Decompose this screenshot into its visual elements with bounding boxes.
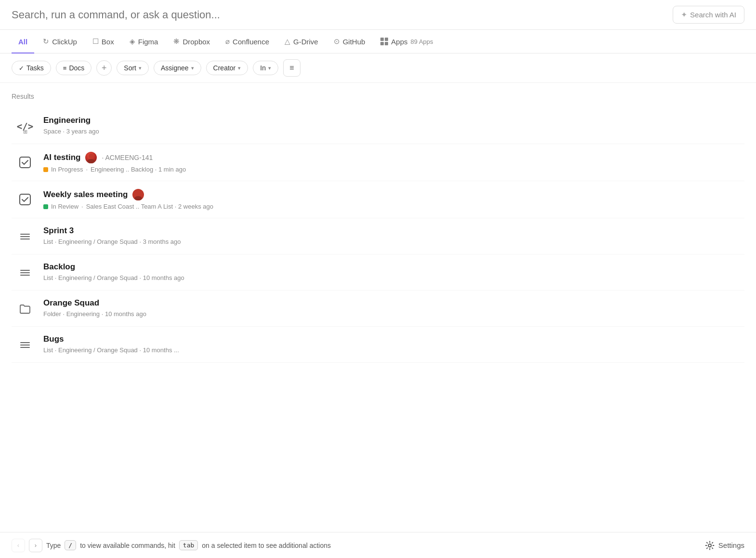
results-label: Results — [12, 93, 744, 100]
assignee-chevron-icon: ▾ — [191, 65, 194, 71]
search-input[interactable] — [12, 9, 665, 21]
avatar — [85, 152, 97, 163]
result-title-text: Weekly sales meeting — [43, 190, 128, 199]
tab-clickup[interactable]: ↻ ClickUp — [36, 30, 84, 53]
svg-rect-0 — [20, 157, 30, 168]
tab-apps[interactable]: Apps 89 Apps — [374, 31, 440, 53]
result-title-text: Sprint 3 — [43, 226, 74, 236]
chevron-right-icon: › — [35, 542, 37, 549]
result-item-weekly-sales[interactable]: Weekly sales meeting In Review · Sales E… — [12, 181, 744, 218]
result-item-bugs[interactable]: Bugs List · Engineering / Orange Squad ·… — [12, 327, 744, 363]
add-filter-button[interactable]: + — [96, 60, 112, 76]
tab-confluence-label: Confluence — [233, 38, 269, 46]
tab-github-label: GitHub — [343, 38, 365, 46]
status-dot-orange — [43, 167, 48, 172]
tab-clickup-label: ClickUp — [52, 38, 77, 46]
tab-figma[interactable]: ◈ Figma — [123, 30, 165, 53]
filter-creator-chip[interactable]: Creator ▾ — [206, 61, 248, 75]
nav-next-button[interactable]: › — [29, 539, 42, 552]
list-icon — [15, 227, 35, 246]
clickup-icon: ↻ — [43, 37, 49, 46]
plus-icon: + — [102, 63, 107, 73]
result-meta-text: List · Engineering / Orange Squad · 10 m… — [43, 346, 179, 354]
github-icon: ⊙ — [334, 37, 340, 46]
apps-icon — [380, 38, 388, 45]
filter-options-button[interactable]: ≡ — [283, 59, 300, 77]
filter-sort-label: Sort — [124, 64, 136, 72]
filter-assignee-chip[interactable]: Assignee ▾ — [154, 61, 201, 75]
chevron-left-icon: ‹ — [17, 542, 19, 549]
sort-chevron-icon: ▾ — [139, 65, 142, 71]
middle-text: to view available commands, hit — [80, 542, 175, 549]
list-icon-2 — [15, 263, 35, 282]
status-dot-green — [43, 204, 48, 209]
filter-tasks-chip[interactable]: ✓ Tasks — [12, 61, 51, 75]
result-meta-suffix: Sales East Coast .. Team A List · 2 week… — [86, 203, 213, 210]
slash-key: / — [65, 540, 76, 550]
filter-in-chip[interactable]: In ▾ — [253, 61, 278, 75]
result-content-ai-testing: AI testing · ACMEENG-141 In Progress · E… — [43, 152, 741, 173]
filter-tasks-label: Tasks — [26, 64, 44, 72]
tab-gdrive[interactable]: △ G-Drive — [278, 30, 325, 53]
tab-apps-label: Apps — [391, 38, 407, 46]
tab-confluence[interactable]: ⌀ Confluence — [219, 30, 276, 53]
result-item-engineering[interactable]: </> ⊞ Engineering Space · 3 years ago — [12, 108, 744, 144]
tab-github[interactable]: ⊙ GitHub — [327, 30, 372, 53]
apps-count-badge: 89 Apps — [411, 38, 433, 45]
settings-button[interactable]: Settings — [705, 541, 744, 550]
task-check-icon-2 — [15, 190, 35, 209]
result-item-sprint3[interactable]: Sprint 3 List · Engineering / Orange Squ… — [12, 218, 744, 254]
tab-dropbox[interactable]: ❋ Dropbox — [167, 30, 217, 53]
result-content-backlog: Backlog List · Engineering / Orange Squa… — [43, 262, 741, 281]
end-text: on a selected item to see additional act… — [202, 542, 331, 549]
search-ai-button[interactable]: ✦ Search with AI — [673, 6, 744, 24]
nav-prev-button[interactable]: ‹ — [12, 539, 25, 552]
folder-icon — [15, 299, 35, 319]
svg-point-5 — [134, 196, 142, 200]
task-id: · ACMEENG-141 — [102, 154, 153, 161]
results-section: Results </> ⊞ Engineering Space · 3 year… — [0, 83, 756, 363]
result-item-ai-testing[interactable]: AI testing · ACMEENG-141 In Progress · E… — [12, 144, 744, 181]
result-meta-suffix: Engineering .. Backlog · 1 min ago — [91, 166, 186, 173]
result-title-text: Orange Squad — [43, 298, 99, 308]
avatar-2 — [132, 189, 144, 200]
result-content-weekly-sales: Weekly sales meeting In Review · Sales E… — [43, 189, 741, 210]
filter-in-label: In — [260, 64, 266, 72]
result-meta-text: Folder · Engineering · 10 months ago — [43, 310, 146, 318]
result-content-bugs: Bugs List · Engineering / Orange Squad ·… — [43, 334, 741, 354]
result-item-backlog[interactable]: Backlog List · Engineering / Orange Squa… — [12, 254, 744, 291]
in-chevron-icon: ▾ — [268, 65, 271, 71]
settings-label: Settings — [718, 541, 744, 549]
result-content-sprint3: Sprint 3 List · Engineering / Orange Squ… — [43, 226, 741, 245]
filter-bar: ✓ Tasks ≡ Docs + Sort ▾ Assignee ▾ Creat… — [0, 53, 756, 83]
result-item-orange-squad[interactable]: Orange Squad Folder · Engineering · 10 m… — [12, 291, 744, 327]
confluence-icon: ⌀ — [225, 37, 230, 46]
result-title-text: Bugs — [43, 334, 64, 344]
tab-key: tab — [179, 540, 198, 550]
bottom-status-bar: ‹ › Type / to view available commands, h… — [0, 532, 756, 558]
tab-figma-label: Figma — [138, 38, 158, 46]
tab-all[interactable]: All — [12, 31, 34, 53]
filter-assignee-label: Assignee — [161, 64, 189, 72]
docs-icon: ≡ — [63, 65, 67, 72]
search-ai-label: Search with AI — [690, 11, 736, 19]
type-label: Type — [46, 542, 61, 549]
task-check-icon — [15, 153, 35, 172]
gdrive-icon: △ — [285, 37, 290, 46]
tab-gdrive-label: G-Drive — [293, 38, 318, 46]
settings-gear-icon — [705, 541, 715, 550]
tasks-icon: ✓ — [19, 65, 24, 72]
code-icon: </> ⊞ — [15, 117, 35, 136]
svg-point-4 — [136, 191, 141, 196]
filter-docs-chip[interactable]: ≡ Docs — [56, 61, 92, 75]
svg-point-2 — [87, 159, 95, 163]
result-meta-text: Space · 3 years ago — [43, 128, 99, 135]
filter-sort-chip[interactable]: Sort ▾ — [117, 61, 149, 75]
result-meta-text: List · Engineering / Orange Squad · 10 m… — [43, 274, 184, 281]
svg-point-15 — [708, 544, 711, 547]
filter-lines-icon: ≡ — [289, 64, 294, 72]
tab-box[interactable]: ☐ Box — [86, 30, 121, 53]
result-title-text: AI testing — [43, 153, 80, 162]
result-content-engineering: Engineering Space · 3 years ago — [43, 116, 741, 135]
figma-icon: ◈ — [130, 37, 135, 46]
